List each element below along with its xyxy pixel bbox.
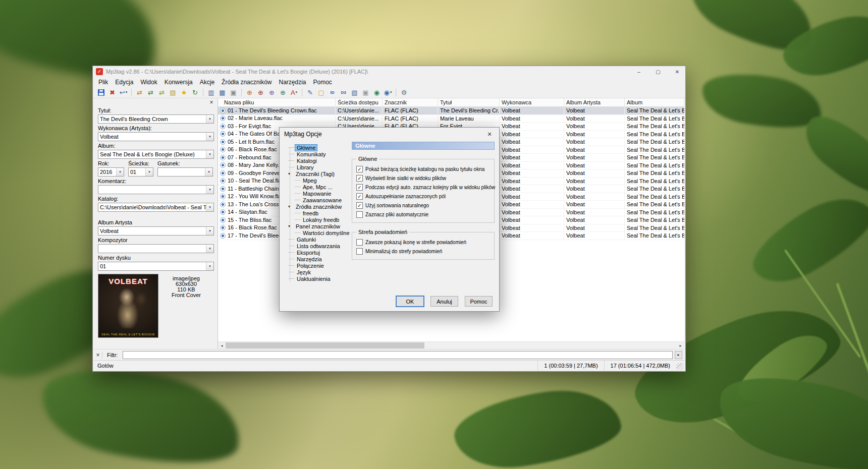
print-icon[interactable]: ▣ [228, 88, 239, 97]
tree-item-mapowanie[interactable]: Mapowanie [288, 190, 350, 197]
comment-combo[interactable]: ▾ [98, 185, 214, 194]
edit-tag-icon[interactable]: ✎ [305, 88, 315, 97]
menu-item-konwersja[interactable]: Konwersja [161, 78, 196, 87]
ok-button[interactable]: OK [396, 296, 424, 307]
tree-item-lista-odtwarzania[interactable]: Lista odtwarzania [288, 243, 350, 249]
web-source-icon-1[interactable]: ⊕ [244, 88, 255, 97]
album-combo[interactable]: Seal The Deal & Let's Boogie (Deluxe) ▾ [98, 150, 214, 159]
column-header-nazwa-pliku[interactable]: Nazwa pliku [218, 98, 336, 106]
filter-close-icon[interactable]: × [94, 351, 102, 359]
horizontal-scrollbar[interactable]: ◂ ▸ [218, 341, 684, 349]
tree-item-zaawansowane[interactable]: Zaawansowane [288, 197, 350, 203]
chevron-down-icon[interactable]: ▾ [116, 168, 124, 176]
tools-icon[interactable]: ⚙ [399, 88, 409, 97]
column-header-tytuł[interactable]: Tytuł [438, 98, 500, 106]
checkbox[interactable]: ✓ [356, 202, 363, 209]
convert-tag-filename-icon[interactable]: ⇄ [134, 88, 145, 97]
menu-item-źródła-znaczników[interactable]: Źródła znaczników [218, 78, 275, 87]
title-combo[interactable]: The Devil's Bleeding Crown ▾ [98, 114, 214, 124]
tree-item-komunikaty[interactable]: Komunikaty [288, 151, 350, 157]
chevron-down-icon[interactable]: ▾ [206, 186, 213, 194]
web-menu-icon[interactable]: ◉▾ [383, 88, 393, 97]
tree-item-język[interactable]: Język [288, 269, 350, 275]
minimize-button[interactable]: – [631, 66, 647, 77]
tag-paste-icon[interactable]: ▦ [217, 88, 228, 97]
tree-item-eksportuj[interactable]: Eksportuj [288, 249, 350, 256]
genre-combo[interactable]: ▾ [157, 167, 213, 177]
new-window-icon[interactable]: ▢ [316, 88, 327, 97]
chevron-down-icon[interactable]: ▾ [206, 115, 213, 123]
album-artist-combo[interactable]: Volbeat ▾ [98, 226, 214, 236]
composer-combo[interactable]: ▾ [98, 244, 214, 253]
tree-item-połączenie[interactable]: Połączenie [288, 262, 350, 269]
id3v1-icon[interactable]: ID [327, 88, 338, 97]
print-list-icon[interactable]: ▣ [360, 88, 371, 97]
tag-copy-icon[interactable]: ▥ [206, 88, 216, 97]
scrollbar-track[interactable] [226, 342, 677, 349]
pomoc-button[interactable]: Pomoc [465, 296, 493, 307]
tree-item-główne[interactable]: Główne [288, 144, 350, 151]
chevron-down-icon[interactable]: ▾ [145, 168, 153, 176]
artist-combo[interactable]: Volbeat ▾ [98, 132, 214, 141]
chevron-down-icon[interactable]: ▾ [206, 150, 213, 158]
tree-item-ape-mpc[interactable]: Ape, Mpc ... [288, 184, 350, 190]
scroll-right-icon[interactable]: ▸ [677, 343, 684, 348]
chevron-down-icon[interactable]: ▾ [296, 90, 298, 94]
column-header-album[interactable]: Album [625, 98, 684, 106]
tree-item-mpeg[interactable]: Mpeg [288, 177, 350, 184]
chevron-down-icon[interactable]: ▾ [206, 203, 213, 211]
web-icon[interactable]: ◉ [371, 88, 382, 97]
tree-item-freedb[interactable]: freedb [288, 210, 350, 216]
tag-panel-close-icon[interactable]: × [208, 99, 215, 106]
tree-item-panel-znaczników[interactable]: ▾Panel znaczników [288, 223, 350, 229]
maximize-button[interactable]: ▢ [650, 66, 666, 77]
web-source-icon-4[interactable]: ⊕ [278, 88, 288, 97]
checkbox[interactable] [356, 211, 363, 218]
table-row[interactable]: 01 - The Devil's Bleeding Crown.flacC:\U… [218, 107, 684, 115]
chevron-down-icon[interactable]: ▾ [205, 168, 212, 176]
dialog-title-bar[interactable]: Mp3tag Opcje ✕ [280, 128, 499, 141]
disc-number-combo[interactable]: 01 ▾ [98, 262, 214, 271]
menu-item-plik[interactable]: Plik [95, 78, 112, 87]
tree-item-narzędzia[interactable]: Narzędzia [288, 256, 350, 262]
checkbox[interactable] [356, 248, 363, 255]
menu-item-pomoc[interactable]: Pomoc [310, 78, 336, 87]
chevron-down-icon[interactable]: ▾ [206, 245, 213, 253]
column-header-wykonawca[interactable]: Wykonawca [500, 98, 564, 106]
remove-tag-icon[interactable]: ✖ [107, 88, 118, 97]
save-icon[interactable] [96, 88, 106, 97]
album-cover[interactable]: VOLBEAT SEAL THE DEAL & LET'S BOOGIE [98, 274, 158, 338]
expander-icon[interactable]: ▾ [288, 204, 294, 209]
tree-item-katalogi[interactable]: Katalogi [288, 157, 350, 164]
dialog-close-button[interactable]: ✕ [480, 128, 499, 141]
chevron-down-icon[interactable]: ▾ [206, 227, 213, 235]
expander-icon[interactable]: ▾ [288, 224, 294, 228]
chevron-down-icon[interactable]: ▾ [390, 90, 392, 94]
playlist-icon[interactable]: ▤ [168, 88, 178, 97]
tree-item-źródła-znaczników[interactable]: ▾Źródła znaczników [288, 203, 350, 210]
resize-grip[interactable] [676, 363, 683, 370]
undo-icon[interactable]: ↩▾ [118, 88, 129, 97]
checkbox[interactable]: ✓ [356, 166, 363, 172]
chevron-down-icon[interactable]: ▾ [126, 90, 128, 94]
table-row[interactable]: 02 - Marie Laveau.flacC:\Users\danie...F… [218, 115, 684, 123]
menu-item-widok[interactable]: Widok [137, 78, 160, 87]
convert-filename-tag-icon[interactable]: ⇄ [145, 88, 156, 97]
convert-filename-filename-icon[interactable]: ⇄ [156, 88, 167, 97]
case-conversion-icon[interactable]: A▾ [289, 88, 299, 97]
column-header-album-artysta[interactable]: Album Artysta [564, 98, 625, 106]
year-combo[interactable]: 2016 ▾ [98, 167, 124, 177]
column-header-znacznik[interactable]: Znacznik [383, 98, 438, 106]
checkbox[interactable]: ✓ [356, 193, 363, 200]
tree-item-wartości-domyślne[interactable]: Wartości domyślne [288, 229, 350, 236]
checkbox[interactable]: ✓ [356, 175, 363, 182]
web-source-icon-3[interactable]: ⊕ [266, 88, 277, 97]
scroll-left-icon[interactable]: ◂ [218, 343, 226, 348]
menu-item-narzędzia[interactable]: Narzędzia [275, 78, 309, 87]
title-bar[interactable]: ✓ Mp3tag v2.86 - C:\Users\danie\Download… [93, 66, 685, 77]
chevron-down-icon[interactable]: ▾ [206, 133, 213, 141]
tree-item-gatunki[interactable]: Gatunki [288, 236, 350, 243]
chevron-down-icon[interactable]: ▾ [206, 262, 213, 270]
close-button[interactable]: ✕ [669, 66, 685, 77]
scrollbar-thumb[interactable] [226, 342, 424, 348]
